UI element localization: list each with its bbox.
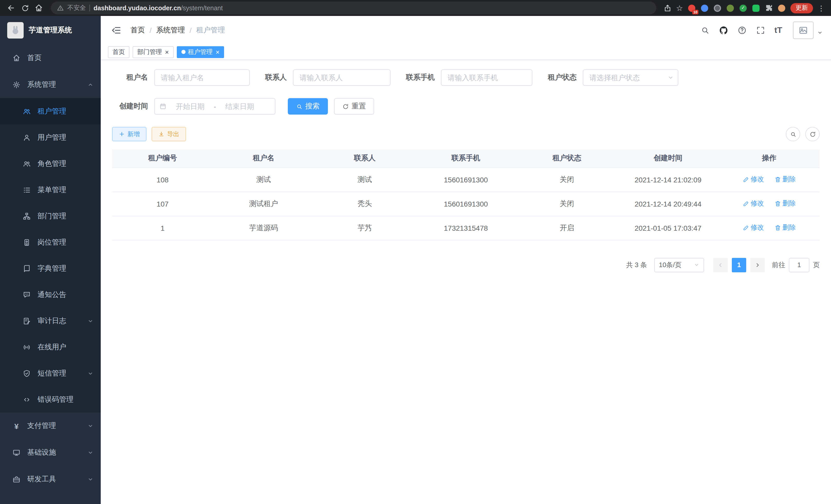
sidebar-item-user[interactable]: 用户管理: [0, 124, 101, 151]
browser-menu-icon[interactable]: ⋮: [818, 4, 825, 11]
sidebar-item-audit[interactable]: 审计日志: [0, 308, 101, 334]
toggle-search-button[interactable]: [786, 127, 800, 141]
breadcrumb: 首页 / 系统管理 / 租户管理: [131, 25, 225, 35]
sidebar-collapse-icon[interactable]: [109, 23, 123, 37]
avatar-caret-icon[interactable]: [813, 25, 823, 35]
tenant-name-input[interactable]: [154, 69, 250, 86]
tree-icon: [21, 212, 33, 220]
user-avatar[interactable]: [793, 21, 813, 39]
extension-icon-2[interactable]: [700, 4, 709, 12]
sidebar-item-role[interactable]: 角色管理: [0, 151, 101, 177]
github-icon[interactable]: [714, 25, 733, 35]
user-icon: [21, 133, 33, 142]
sidebar-item-infra[interactable]: 基础设施: [0, 439, 101, 466]
sidebar-item-notice[interactable]: 通知公告: [0, 281, 101, 308]
page-1-button[interactable]: 1: [732, 258, 746, 272]
phone-input[interactable]: [441, 69, 533, 86]
edit-button[interactable]: 修改: [742, 223, 764, 233]
sidebar-menu: 首页 系统管理 租户管理 用户管理: [0, 45, 101, 493]
share-icon[interactable]: [663, 4, 671, 12]
sidebar-item-label: 在线用户: [37, 343, 66, 352]
extension-icon-5[interactable]: ✓: [739, 4, 747, 12]
sidebar-item-dict[interactable]: 字典管理: [0, 255, 101, 281]
next-page-button[interactable]: [750, 258, 765, 272]
end-date-input[interactable]: [218, 102, 261, 111]
extension-icon-1[interactable]: 10: [688, 4, 696, 12]
app-logo[interactable]: 芋道管理系统: [0, 16, 101, 45]
delete-button[interactable]: 删除: [774, 199, 796, 208]
badge-icon: [21, 238, 33, 246]
sidebar-item-label: 角色管理: [37, 159, 66, 168]
tab-tenant[interactable]: 租户管理 ×: [176, 46, 224, 58]
edit-button[interactable]: 修改: [742, 199, 764, 208]
breadcrumb-system[interactable]: 系统管理: [156, 25, 185, 35]
export-button[interactable]: 导出: [152, 127, 186, 141]
security-label[interactable]: 不安全: [67, 4, 86, 12]
chevron-down-icon: [87, 476, 93, 482]
start-date-input[interactable]: [169, 102, 212, 111]
search-button[interactable]: 搜索: [288, 98, 328, 115]
address-bar[interactable]: 不安全 dashboard.yudao.iocoder.cn/system/te…: [51, 2, 656, 14]
sidebar-item-post[interactable]: 岗位管理: [0, 229, 101, 255]
browser-home-button[interactable]: [32, 1, 46, 15]
close-icon[interactable]: ×: [216, 49, 220, 55]
bookmark-star-icon[interactable]: ☆: [676, 4, 683, 12]
sidebar-item-sms[interactable]: 短信管理: [0, 360, 101, 386]
column-header: 联系人: [314, 149, 415, 168]
cell-contact: 秃头: [314, 191, 415, 216]
column-header: 创建时间: [618, 149, 718, 168]
sidebar-item-menu[interactable]: 菜单管理: [0, 177, 101, 203]
prev-page-button[interactable]: [713, 258, 728, 272]
column-header: 租户编号: [112, 149, 213, 168]
delete-button[interactable]: 删除: [774, 175, 796, 184]
add-button[interactable]: 新增: [112, 127, 146, 141]
sidebar-item-errcode[interactable]: 错误码管理: [0, 386, 101, 413]
cell-tenant-name: 测试租户: [213, 191, 314, 216]
delete-button[interactable]: 删除: [774, 223, 796, 233]
tab-label: 租户管理: [188, 48, 212, 56]
filter-status: 租户状态: [548, 69, 678, 86]
sidebar-item-dept[interactable]: 部门管理: [0, 203, 101, 229]
toolbox-icon: [10, 475, 23, 483]
browser-profile-avatar[interactable]: [778, 4, 786, 12]
extension-icon-4[interactable]: [726, 4, 735, 12]
header-search-icon[interactable]: [696, 25, 714, 35]
date-range-picker[interactable]: -: [154, 98, 276, 115]
browser-update-button[interactable]: 更新: [791, 3, 813, 13]
extensions-puzzle-icon[interactable]: [765, 4, 773, 12]
signal-icon: [21, 343, 33, 351]
sidebar-item-tenant[interactable]: 租户管理: [0, 98, 101, 124]
font-size-icon[interactable]: tT: [770, 25, 787, 35]
tab-home[interactable]: 首页: [108, 46, 130, 58]
fullscreen-icon[interactable]: [751, 25, 770, 35]
edit-button[interactable]: 修改: [742, 175, 764, 184]
goto-page-input[interactable]: [789, 258, 809, 272]
sidebar-item-tools[interactable]: 研发工具: [0, 466, 101, 493]
filter-create-time: 创建时间 -: [112, 98, 276, 115]
cell-tenant-id: 1: [112, 216, 213, 240]
sidebar-item-label: 系统管理: [27, 80, 56, 89]
help-question-icon[interactable]: [733, 25, 751, 35]
sidebar-item-online[interactable]: 在线用户: [0, 334, 101, 360]
chevron-down-icon: [87, 318, 93, 324]
reset-button[interactable]: 重置: [334, 98, 374, 115]
sidebar-item-system[interactable]: 系统管理: [0, 71, 101, 98]
extension-icon-6[interactable]: [752, 4, 760, 12]
column-header: 租户状态: [516, 149, 618, 168]
sidebar-item-label: 基础设施: [27, 448, 56, 457]
breadcrumb-home[interactable]: 首页: [131, 25, 145, 35]
status-select[interactable]: [583, 69, 678, 86]
tab-label: 部门管理: [137, 48, 162, 56]
gear-icon: [10, 81, 23, 89]
column-header: 操作: [718, 149, 820, 168]
page-size-select[interactable]: 10条/页: [654, 258, 704, 272]
browser-refresh-button[interactable]: [18, 1, 32, 15]
close-icon[interactable]: ×: [165, 49, 169, 55]
tab-dept[interactable]: 部门管理 ×: [133, 46, 173, 58]
extension-icon-3[interactable]: [713, 4, 721, 12]
sidebar-item-home[interactable]: 首页: [0, 45, 101, 71]
refresh-table-button[interactable]: [805, 127, 820, 141]
contact-input[interactable]: [293, 69, 391, 86]
browser-back-button[interactable]: [4, 1, 18, 15]
sidebar-item-pay[interactable]: ¥ 支付管理: [0, 413, 101, 439]
